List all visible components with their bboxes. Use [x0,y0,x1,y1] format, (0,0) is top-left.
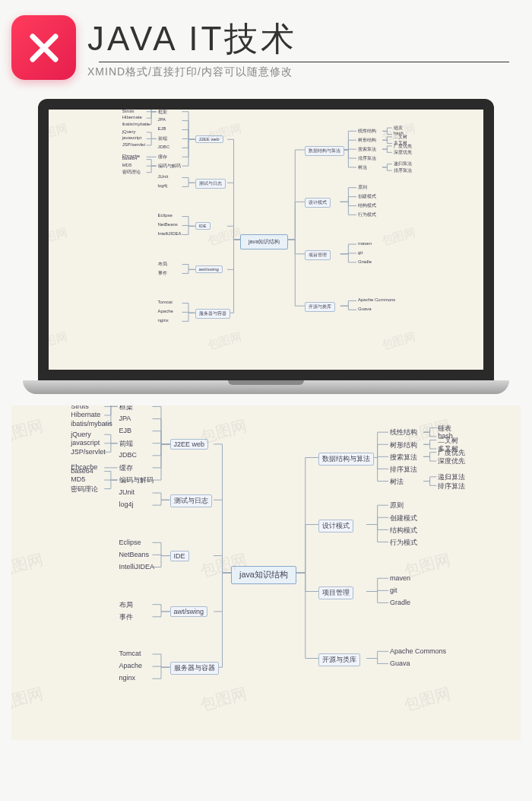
mindmap-node: Apache Commons [388,647,448,655]
mindmap-node: 搜索算法 [356,146,378,153]
mindmap-node: Apache [118,662,144,669]
mindmap-node: 测试与日志 [195,179,226,189]
mindmap-node: 设计模式 [318,520,353,532]
watermark: 包图网 [38,329,69,353]
mindmap-node: 深度优先 [392,149,413,156]
mindmap-node: Apache [157,309,175,313]
mindmap-node: IDE [195,222,211,230]
mindmap-node: 排序算法 [388,465,419,475]
mindmap-node: MD5 [69,475,87,483]
mindmap-node: 结构模式 [388,526,419,536]
header: JAVA IT技术 XMIND格式/直接打印/内容可以随意修改 [0,0,532,87]
mindmap-node: J2EE web [170,439,209,450]
mindmap-node: 排序算法 [436,482,467,491]
mindmap-node: git [388,586,399,594]
mindmap-node: 前端 [118,439,135,449]
mindmap-node: Gradle [388,599,412,606]
laptop-mockup: java知识结构J2EE web框架后台MVCspring框架StrutsHib… [23,99,509,394]
mindmap-node: log4j [157,183,169,188]
mindmap-node: 数据结构与算法 [305,146,344,156]
watermark: 包图网 [380,224,417,249]
laptop-base [23,380,509,394]
mindmap-node: 设计模式 [305,198,331,208]
watermark: 包图网 [206,224,243,249]
mindmap-node: awt/swing [170,606,208,617]
mindmap-node: MD5 [121,163,134,167]
watermark: 包图网 [380,329,417,353]
title-block: JAVA IT技术 XMIND格式/直接打印/内容可以随意修改 [87,17,521,79]
watermark: 包图网 [11,548,46,581]
mindmap-node: 项目管理 [318,586,353,599]
mindmap-node: git [356,250,364,255]
watermark: 包图网 [11,415,46,447]
mindmap-node: 前端 [157,135,169,142]
mindmap-node: Eclipse [157,213,174,218]
mindmap-node: IDE [170,551,189,561]
mindmap-node: 开源与类库 [318,653,360,666]
laptop-screen: java知识结构J2EE web框架后台MVCspring框架StrutsHib… [38,99,494,380]
mindmap-node: 树形结构 [356,137,378,144]
page-subtitle: XMIND格式/直接打印/内容可以随意修改 [87,65,521,79]
mindmap-node: Eclipse [118,539,143,546]
mindmap-node: 树法 [356,164,369,171]
mindmap-node: 编码与解码 [157,163,182,170]
mindmap-node: 线性结构 [356,128,378,135]
mindmap-node: Hibernate [69,411,102,418]
mindmap-node: nginx [118,674,138,682]
mindmap-node: log4j [118,501,135,508]
mindmap-node: ibatis/mybatis [121,122,151,126]
watermark: 包图网 [38,224,69,249]
mindmap-node: 项目管理 [305,250,331,260]
mindmap-node: Hibernate [121,115,144,119]
mindmap-node: EJB [157,126,168,131]
mindmap-node: 服务器与容器 [170,662,219,675]
mindmap-node: JSP/servlet [69,448,107,456]
mindmap-node: Tomcat [157,300,174,304]
mindmap-node: maven [356,241,373,246]
mindmap-node: 排序算法 [392,167,413,174]
mindmap-node: jQuery [121,129,138,134]
mindmap-node: Tomcat [118,650,143,657]
watermark: 包图网 [38,121,69,145]
mindmap-node: 后台MVC [121,99,143,103]
mindmap-small: java知识结构J2EE web框架后台MVCspring框架StrutsHib… [49,110,483,370]
mindmap-node: maven [388,574,412,582]
mindmap-node: JUnit [118,488,137,496]
mindmap-node: Guava [356,307,373,311]
mindmap-node: 缓存 [118,463,135,473]
mindmap-node: javascript [69,439,101,447]
mindmap-node: ibatis/mybatis [69,420,114,428]
mindmap-node: 事件 [118,612,135,622]
mindmap-node: Guava [388,660,412,667]
mindmap-node: 框架 [118,405,135,412]
mindmap-node: 框架 [157,109,169,116]
mindmap-large: java知识结构J2EE web框架后台MVCspring框架StrutsHib… [11,405,521,740]
mindmap-node: java知识结构 [231,566,296,584]
page-title: JAVA IT技术 [87,17,521,62]
mindmap-node: IntelliJIDEA [157,231,183,236]
mindmap-node: 事件 [157,270,169,277]
mindmap-node: EJB [118,427,134,434]
mindmap-node: 行为模式 [356,211,378,218]
mindmap-node: JUnit [157,174,170,179]
watermark: 包图网 [401,682,453,715]
mindmap-node: Struts [69,405,90,410]
mindmap-node: javascript [121,135,143,140]
mindmap-node: 行为模式 [388,538,419,548]
mindmap-node: 缓存 [157,154,169,161]
watermark: 包图网 [11,682,46,715]
mindmap-node: 布局 [157,261,169,268]
mindmap-node: spring框架 [121,102,145,109]
divider [99,62,509,62]
mindmap-node: NetBeans [118,551,151,558]
mindmap-node: nginx [157,318,170,323]
mindmap-node: 原则 [356,184,369,191]
mindmap-node: 线性结构 [388,428,419,437]
mindmap-node: jQuery [69,431,93,438]
mindmap-node: 树法 [388,477,405,487]
mindmap-node: JDBC [118,451,139,459]
watermark: 包图网 [198,682,249,715]
mindmap-node: JDBC [157,145,172,149]
mindmap-node: 密码理论 [69,485,100,494]
mindmap-node: awt/swing [195,265,223,273]
